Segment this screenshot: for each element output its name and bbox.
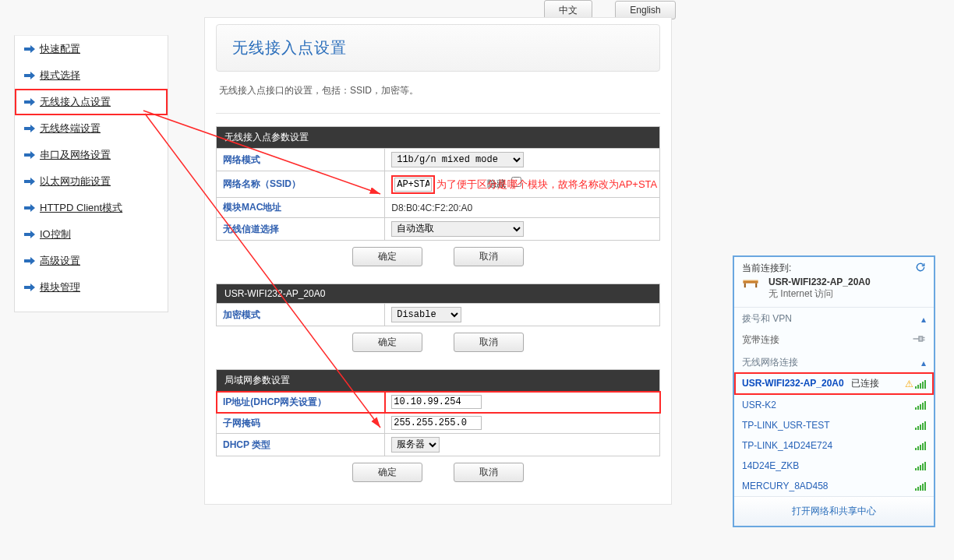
row-mac-label: 模块MAC地址: [217, 198, 385, 218]
row-dhcp-label: DHCP 类型: [217, 434, 385, 456]
ssid-input[interactable]: [394, 178, 432, 192]
row-ssid-label: 网络名称（SSID）: [217, 171, 385, 198]
plug-icon: [912, 334, 926, 346]
btn-row-enc: 确定 取消: [216, 333, 660, 352]
signal-icon: [915, 421, 926, 430]
refresh-icon[interactable]: [915, 262, 926, 275]
wifi-popup: 当前连接到: USR-WIFI232-AP_20A0 无 Internet 访问…: [733, 255, 935, 527]
svg-rect-5: [743, 280, 758, 281]
signal-icon: [915, 461, 926, 470]
wifi-current-section: 当前连接到: USR-WIFI232-AP_20A0 无 Internet 访问: [734, 257, 934, 308]
svg-rect-4: [755, 284, 757, 288]
cancel-button[interactable]: 取消: [454, 247, 524, 266]
signal-icon: [915, 400, 926, 410]
page-description: 无线接入点接口的设置，包括：SSID，加密等。: [216, 83, 660, 108]
btn-row-lan: 确定 取消: [216, 463, 660, 482]
wifi-current-status: 无 Internet 访问: [768, 287, 871, 301]
broadband-item[interactable]: 宽带连接: [734, 329, 934, 351]
sidebar-item-label: 快速配置: [40, 42, 80, 56]
ok-button[interactable]: 确定: [352, 463, 422, 482]
sidebar-item-6[interactable]: HTTPD Client模式: [15, 195, 168, 221]
table-ap-header: 无线接入点参数设置: [217, 127, 660, 149]
arrow-right-icon: [24, 284, 35, 291]
chevron-up-icon: ▴: [921, 314, 926, 325]
arrow-right-icon: [24, 257, 35, 265]
arrow-right-icon: [24, 204, 35, 212]
page-title: 无线接入点设置: [216, 24, 660, 72]
table-enc-header: USR-WIFI232-AP_20A0: [217, 284, 660, 304]
wifi-network-name: MERCURY_8AD458: [742, 481, 829, 491]
wifi-cat-wlan[interactable]: 无线网络连接 ▴: [734, 351, 934, 372]
sidebar-item-8[interactable]: 高级设置: [15, 248, 168, 274]
wifi-network-name: 14D24E_ZKB: [742, 460, 799, 471]
network-mode-select[interactable]: 11b/g/n mixed mode: [391, 152, 524, 167]
signal-icon: [915, 379, 926, 389]
sidebar-item-label: 无线接入点设置: [40, 95, 111, 109]
wifi-current-label: 当前连接到:: [742, 262, 791, 275]
wifi-network-name: TP-LINK_14D24E724: [742, 440, 832, 451]
row-ip-label: IP地址(DHCP网关设置）: [217, 392, 385, 413]
signal-icon: [915, 441, 926, 450]
sidebar-item-label: 串口及网络设置: [40, 148, 111, 162]
sidebar-item-2[interactable]: 无线接入点设置: [15, 89, 168, 115]
sidebar-item-1[interactable]: 模式选择: [15, 62, 168, 89]
sidebar-item-5[interactable]: 以太网功能设置: [15, 168, 168, 195]
row-mac-value: D8:B0:4C:F2:20:A0: [385, 198, 660, 218]
wifi-network-item[interactable]: MERCURY_8AD458: [734, 476, 934, 496]
sidebar-item-label: 高级设置: [40, 254, 80, 268]
ip-input[interactable]: [391, 395, 482, 409]
ok-button[interactable]: 确定: [352, 333, 422, 352]
wifi-network-name: TP-LINK_USR-TEST: [742, 420, 830, 431]
row-mask-label: 子网掩码: [217, 413, 385, 434]
arrow-right-icon: [24, 45, 35, 53]
sidebar-item-label: IO控制: [40, 227, 71, 241]
sidebar-item-3[interactable]: 无线终端设置: [15, 115, 168, 142]
dhcp-type-select[interactable]: 服务器: [391, 437, 440, 453]
enc-mode-select[interactable]: Disable: [391, 307, 461, 322]
table-lan-header: 局域网参数设置: [217, 370, 660, 392]
wifi-open-center-link[interactable]: 打开网络和共享中心: [734, 496, 934, 526]
warning-icon: ⚠: [905, 379, 913, 389]
main-panel: 无线接入点设置 无线接入点接口的设置，包括：SSID，加密等。 无线接入点参数设…: [204, 17, 672, 505]
sidebar-item-7[interactable]: IO控制: [15, 221, 168, 248]
sidebar-item-label: 无线终端设置: [40, 122, 101, 136]
cancel-button[interactable]: 取消: [454, 333, 524, 352]
bench-icon: [742, 276, 764, 289]
row-enc-label: 加密模式: [217, 304, 385, 326]
page-title-text: 无线接入点设置: [232, 37, 644, 58]
arrow-right-icon: [24, 178, 35, 185]
sidebar-item-label: 以太网功能设置: [40, 174, 111, 188]
arrow-right-icon: [24, 125, 35, 132]
svg-rect-3: [744, 284, 746, 288]
divider: [216, 113, 660, 114]
mask-input[interactable]: [391, 416, 482, 430]
sidebar-item-label: 模式选择: [40, 69, 80, 83]
wifi-network-item[interactable]: USR-K2: [734, 395, 934, 415]
wifi-network-item[interactable]: TP-LINK_USR-TEST: [734, 415, 934, 435]
sidebar-item-0[interactable]: 快速配置: [15, 36, 168, 62]
wifi-network-item[interactable]: USR-WIFI232-AP_20A0 已连接⚠: [734, 372, 934, 395]
arrow-right-icon: [24, 98, 35, 106]
wifi-network-item[interactable]: TP-LINK_14D24E724: [734, 435, 934, 456]
wifi-network-item[interactable]: 14D24E_ZKB: [734, 456, 934, 476]
wifi-cat-dial[interactable]: 拨号和 VPN ▴: [734, 308, 934, 329]
cancel-button[interactable]: 取消: [454, 463, 524, 482]
arrow-right-icon: [24, 231, 35, 238]
ok-button[interactable]: 确定: [352, 247, 422, 266]
sidebar-item-4[interactable]: 串口及网络设置: [15, 142, 168, 168]
btn-row-ap: 确定 取消: [216, 247, 660, 266]
arrow-right-icon: [24, 151, 35, 159]
wifi-network-name: USR-K2: [742, 400, 776, 410]
row-network-mode-label: 网络模式: [217, 149, 385, 171]
wifi-network-name: USR-WIFI232-AP_20A0 已连接: [742, 377, 879, 390]
row-channel-label: 无线信道选择: [217, 218, 385, 241]
svg-rect-2: [743, 281, 758, 284]
sidebar-item-9[interactable]: 模块管理: [15, 274, 168, 301]
sidebar-item-label: HTTPD Client模式: [40, 201, 122, 215]
table-enc: USR-WIFI232-AP_20A0 加密模式 Disable: [216, 284, 660, 326]
table-lan: 局域网参数设置 IP地址(DHCP网关设置） 子网掩码 DHCP 类型 服务器: [216, 369, 660, 456]
chevron-up-icon: ▴: [921, 357, 926, 368]
sidebar: 快速配置模式选择无线接入点设置无线终端设置串口及网络设置以太网功能设置HTTPD…: [14, 35, 168, 312]
channel-select[interactable]: 自动选取: [391, 221, 524, 237]
annotation-text: 为了便于区分是哪个模块，故将名称改为AP+STA: [436, 178, 657, 192]
